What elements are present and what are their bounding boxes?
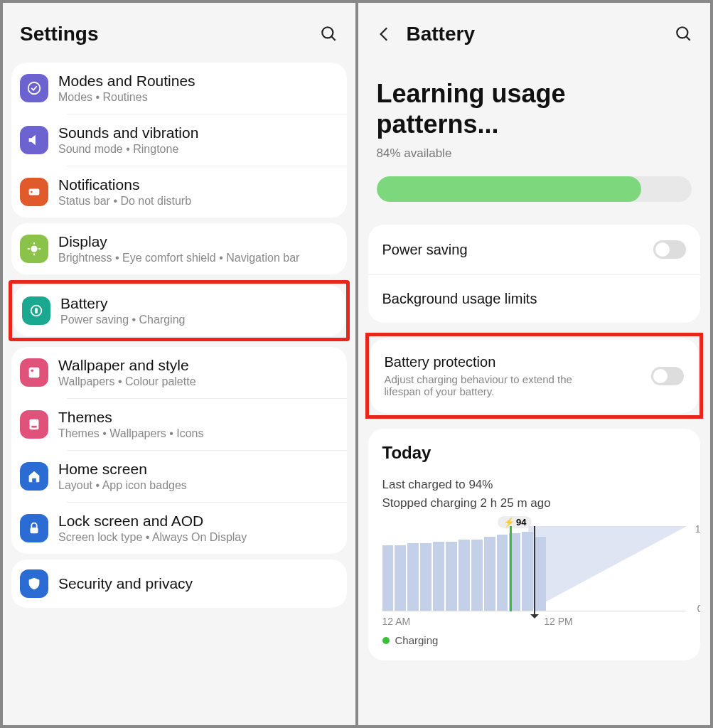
item-title: Wallpaper and style [58,357,338,374]
chart-charge-marker [510,526,512,611]
item-subtitle: Modes • Routines [58,91,338,104]
chart-bar [484,537,495,611]
chart-bar [471,540,483,611]
battery-icon [22,296,50,325]
settings-item-security-and-privacy[interactable]: Security and privacy [11,560,347,608]
battery-title: Battery [407,23,475,46]
settings-item-notifications[interactable]: NotificationsStatus bar • Do not disturb [11,166,347,218]
settings-item-display[interactable]: DisplayBrightness • Eye comfort shield •… [11,223,347,274]
legend-charging-label: Charging [395,634,439,646]
settings-item-modes-and-routines[interactable]: Modes and RoutinesModes • Routines [11,63,347,114]
settings-group: BatteryPower saving • Charging [14,285,345,336]
chart-bar [459,540,470,611]
bg-limits-label: Background usage limits [382,291,537,307]
chart-now-marker [534,526,535,617]
battery-available: 84% available [377,146,692,161]
chart-x-start: 12 AM [382,616,411,627]
battery-protection-highlight: Battery protection Adjust charging behav… [365,333,704,419]
battery-protection-label: Battery protection [385,354,598,370]
chart-bar [420,543,431,611]
settings-item-battery[interactable]: BatteryPower saving • Charging [14,285,345,336]
today-heading: Today [382,443,687,463]
settings-title: Settings [20,23,98,46]
battery-protection-item[interactable]: Battery protection Adjust charging behav… [370,338,699,413]
settings-item-themes[interactable]: ThemesThemes • Wallpapers • Icons [11,399,347,450]
item-title: Notifications [58,176,338,193]
stopped-charging-text: Stopped charging 2 h 25 m ago [382,494,687,513]
item-subtitle: Sound mode • Ringtone [58,143,338,156]
svg-rect-11 [35,308,38,313]
settings-item-wallpaper-and-style[interactable]: Wallpaper and styleWallpapers • Colour p… [11,347,347,398]
power-saving-toggle[interactable] [653,240,686,259]
battery-protection-desc: Adjust charging behaviour to extend the … [385,373,598,397]
settings-item-sounds-and-vibration[interactable]: Sounds and vibrationSound mode • Rington… [11,114,347,166]
legend-charging-dot [382,637,390,644]
item-subtitle: Layout • App icon badges [58,479,338,492]
svg-rect-15 [31,426,36,428]
svg-point-13 [31,369,33,372]
settings-header: Settings [3,3,355,57]
item-subtitle: Wallpapers • Colour palette [58,375,338,388]
power-options-section: Power saving Background usage limits [368,225,701,323]
item-title: Themes [58,409,338,426]
item-title: Battery [60,295,336,312]
power-saving-item[interactable]: Power saving [368,225,701,274]
last-charged-text: Last charged to 94% [382,476,687,494]
item-title: Security and privacy [58,575,338,592]
svg-point-17 [677,27,687,38]
battery-hero: Learning usage patterns... 84% available [358,57,711,218]
sound-icon [20,126,48,154]
svg-point-0 [322,27,333,38]
chart-projection-area [528,526,686,611]
notifications-icon [20,178,48,206]
battery-progress-bar [377,176,692,202]
chart-x-mid: 12 PM [544,616,572,627]
settings-item-home-screen[interactable]: Home screenLayout • App icon badges [11,451,347,502]
settings-panel: Settings Modes and RoutinesModes • Routi… [3,3,355,725]
chart-bar [395,545,406,611]
search-icon[interactable] [675,25,693,43]
item-subtitle: Themes • Wallpapers • Icons [58,427,338,440]
chart-bar [382,545,394,611]
item-title: Display [58,233,338,250]
bg-limits-item[interactable]: Background usage limits [368,274,701,323]
home-icon [20,462,48,491]
modes-icon [20,74,48,102]
search-icon[interactable] [320,25,338,43]
item-title: Lock screen and AOD [58,513,338,530]
item-subtitle: Brightness • Eye comfort shield • Naviga… [58,252,338,264]
svg-point-5 [31,245,37,252]
settings-group: Modes and RoutinesModes • RoutinesSounds… [11,63,347,218]
chart-y-min: 0% [697,603,700,614]
display-icon [20,235,48,263]
battery-header: Battery [358,3,711,57]
item-title: Sounds and vibration [58,124,338,141]
power-saving-label: Power saving [382,242,468,258]
chart-bar [497,535,508,611]
themes-icon [20,410,48,439]
svg-point-2 [28,82,41,95]
back-icon[interactable] [375,25,394,43]
battery-protection-toggle[interactable] [651,367,684,385]
battery-usage-chart[interactable]: ⚡ 94 100 0% 12 AM 12 PM [382,526,687,626]
item-title: Home screen [58,461,338,478]
today-section: Today Last charged to 94% Stopped chargi… [368,429,701,660]
settings-group: Wallpaper and styleWallpapers • Colour p… [11,347,347,554]
item-subtitle: Power saving • Charging [60,314,336,326]
settings-item-lock-screen-and-aod[interactable]: Lock screen and AODScreen lock type • Al… [11,503,347,554]
svg-rect-16 [31,528,38,533]
battery-highlight: BatteryPower saving • Charging [9,280,350,341]
learning-title: Learning usage patterns... [377,78,692,139]
wallpaper-icon [20,358,48,387]
svg-rect-12 [29,368,40,378]
chart-bar [407,543,419,611]
item-title: Modes and Routines [58,73,338,90]
svg-rect-14 [30,419,39,430]
chart-y-max: 100 [695,523,700,535]
svg-line-18 [686,36,690,40]
settings-group: DisplayBrightness • Eye comfort shield •… [11,223,347,274]
battery-panel: Battery Learning usage patterns... 84% a… [358,3,711,725]
security-icon [20,569,48,598]
item-subtitle: Status bar • Do not disturb [58,195,338,208]
chart-bar [446,542,457,611]
